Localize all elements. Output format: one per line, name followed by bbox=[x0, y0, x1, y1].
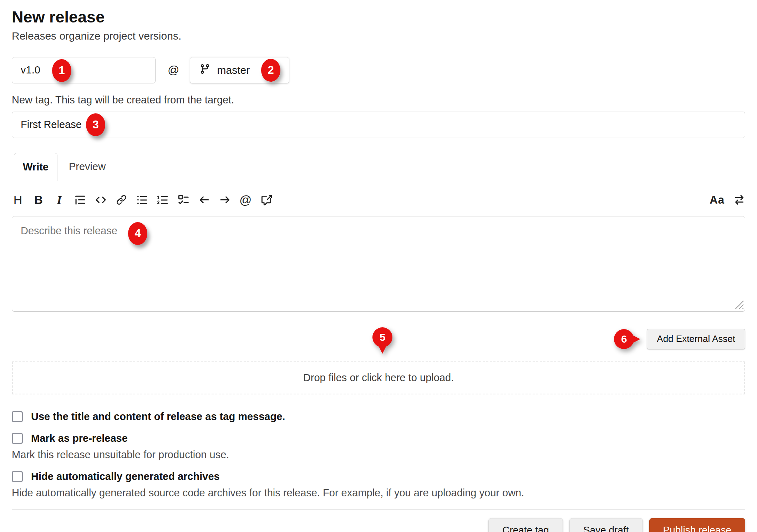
cross-reference-icon[interactable] bbox=[260, 192, 273, 208]
page-subtitle: Releases organize project versions. bbox=[12, 30, 745, 42]
switch-editor-icon[interactable] bbox=[733, 192, 745, 208]
tab-write-label: Write bbox=[23, 161, 49, 173]
file-dropzone[interactable]: Drop files or click here to upload. bbox=[12, 362, 745, 394]
hide-archives-checkbox[interactable] bbox=[12, 471, 23, 482]
publish-release-button[interactable]: Publish release bbox=[649, 518, 745, 532]
editor-tabbar: Write Preview bbox=[12, 153, 745, 181]
tag-help-text: New tag. This tag will be created from t… bbox=[12, 94, 745, 106]
heading-icon[interactable]: H bbox=[12, 192, 24, 208]
tag-target-row: 1 @ master 2 bbox=[12, 57, 745, 83]
at-separator: @ bbox=[168, 63, 179, 77]
hide-archives-description: Hide automatically generated source code… bbox=[12, 487, 745, 499]
create-tag-button[interactable]: Create tag bbox=[488, 518, 563, 532]
code-icon[interactable] bbox=[95, 192, 107, 208]
release-description-wrap: 4 bbox=[12, 216, 745, 312]
bold-icon[interactable]: B bbox=[32, 192, 45, 208]
italic-icon[interactable]: I bbox=[53, 192, 65, 208]
target-branch-button[interactable]: master 2 bbox=[190, 57, 289, 83]
save-draft-button[interactable]: Save draft bbox=[569, 518, 643, 532]
tab-preview[interactable]: Preview bbox=[57, 153, 117, 181]
tab-preview-label: Preview bbox=[69, 161, 106, 173]
assets-row: 5 6 Add External Asset bbox=[12, 329, 745, 349]
tag-name-input-wrap: 1 bbox=[12, 57, 156, 83]
mention-icon[interactable]: @ bbox=[239, 192, 252, 208]
tag-message-label: Use the title and content of release as … bbox=[31, 411, 285, 423]
prerelease-checkbox[interactable] bbox=[12, 433, 23, 444]
option-prerelease: Mark as pre-release Mark this release un… bbox=[12, 433, 745, 461]
page-title: New release bbox=[12, 8, 745, 26]
tag-message-checkbox[interactable] bbox=[12, 411, 23, 422]
option-tag-message: Use the title and content of release as … bbox=[12, 411, 745, 423]
dropzone-text: Drop files or click here to upload. bbox=[303, 372, 454, 384]
quote-icon[interactable] bbox=[74, 192, 86, 208]
annotation-badge-6: 6 bbox=[614, 329, 634, 349]
markdown-toolbar: H B I bbox=[12, 189, 745, 211]
git-branch-icon bbox=[199, 63, 210, 77]
link-icon[interactable] bbox=[115, 192, 127, 208]
typography-icon[interactable]: Aa bbox=[710, 192, 725, 208]
tab-write[interactable]: Write bbox=[14, 153, 57, 181]
release-title-wrap: 3 bbox=[12, 112, 745, 138]
footer-actions: Create tag Save draft Publish release bbox=[12, 518, 745, 532]
task-list-icon[interactable] bbox=[177, 192, 189, 208]
target-branch-label: master bbox=[217, 64, 250, 76]
release-title-input[interactable] bbox=[12, 112, 745, 138]
option-hide-archives: Hide automatically generated archives Hi… bbox=[12, 471, 745, 499]
release-options: Use the title and content of release as … bbox=[12, 411, 745, 499]
annotation-badge-5: 5 bbox=[372, 327, 392, 347]
footer-divider bbox=[12, 509, 745, 510]
tag-name-input[interactable] bbox=[12, 57, 156, 83]
indent-icon[interactable] bbox=[219, 192, 231, 208]
prerelease-description: Mark this release unsuitable for product… bbox=[12, 449, 745, 461]
add-external-asset-button[interactable]: Add External Asset bbox=[647, 329, 745, 349]
outdent-icon[interactable] bbox=[198, 192, 210, 208]
new-release-page: New release Releases organize project ve… bbox=[0, 0, 757, 532]
unordered-list-icon[interactable] bbox=[136, 192, 148, 208]
annotation-badge-2: 2 bbox=[261, 59, 280, 82]
hide-archives-label: Hide automatically generated archives bbox=[31, 471, 220, 482]
ordered-list-icon[interactable] bbox=[157, 192, 169, 208]
prerelease-label: Mark as pre-release bbox=[31, 433, 128, 444]
release-description-textarea[interactable] bbox=[12, 216, 745, 312]
